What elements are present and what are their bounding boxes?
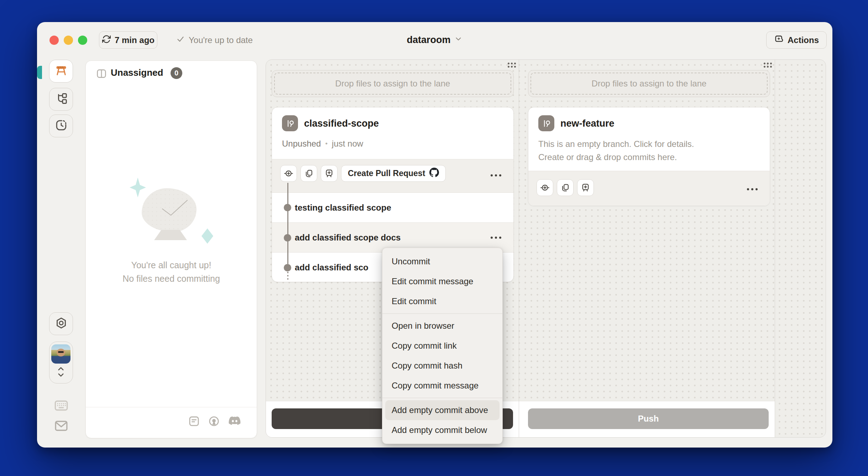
traffic-light-close[interactable] xyxy=(49,36,59,45)
lane-drag-handle[interactable] xyxy=(763,62,773,68)
sidebar-item-workspace[interactable] xyxy=(49,60,73,83)
check-icon xyxy=(176,35,185,46)
menu-item-open-in-browser[interactable]: Open in browser xyxy=(382,316,502,336)
split-view-icon xyxy=(96,68,107,81)
drop-files-zone[interactable]: Drop files to assign to the lane xyxy=(528,70,770,97)
sidebar-item-settings[interactable] xyxy=(49,312,73,335)
lane-divider[interactable] xyxy=(519,60,519,437)
sync-status-button[interactable]: 7 min ago xyxy=(99,31,157,49)
account-switcher[interactable] xyxy=(49,342,73,384)
open-source-icon[interactable] xyxy=(208,415,220,429)
commit-graph-line xyxy=(287,183,288,264)
traffic-light-minimize[interactable] xyxy=(64,36,73,45)
commit-dot xyxy=(284,234,291,242)
copy-branch-button[interactable] xyxy=(557,179,574,196)
empty-branch-line2: Create or drag & drop commits here. xyxy=(538,150,694,164)
actions-icon xyxy=(774,34,784,46)
empty-branch-line1: This is an empty branch. Click for detai… xyxy=(538,137,694,150)
assign-target-button[interactable] xyxy=(280,165,297,182)
menu-item-uncommit[interactable]: Uncommit xyxy=(382,252,502,271)
illustration-stand xyxy=(154,230,187,240)
push-button-new-feature[interactable]: Push xyxy=(528,408,769,429)
commit-menu-kebab[interactable] xyxy=(491,237,501,239)
actions-button[interactable]: Actions xyxy=(766,31,827,49)
status-separator-dot: • xyxy=(325,140,328,148)
sidebar-item-branches[interactable] xyxy=(49,88,73,111)
up-to-date-status: You're up to date xyxy=(176,31,253,49)
create-pull-request-button[interactable]: Create Pull Request xyxy=(341,165,446,182)
menu-item-copy-commit-link[interactable]: Copy commit link xyxy=(382,336,502,356)
mail-icon[interactable] xyxy=(54,420,68,433)
diamond-decoration xyxy=(202,228,213,244)
push-status: Unpushed xyxy=(282,139,321,149)
branch-status: Unpushed • just now xyxy=(282,139,363,149)
commit-dot xyxy=(284,264,291,271)
commit-row[interactable]: testing classified scope xyxy=(272,193,513,223)
up-to-date-label: You're up to date xyxy=(189,35,253,45)
empty-state-subtitle: No files need committing xyxy=(86,274,257,284)
menu-divider xyxy=(382,313,502,314)
menu-item-copy-commit-message[interactable]: Copy commit message xyxy=(382,376,502,396)
notification-tab[interactable] xyxy=(37,66,42,79)
new-commit-button[interactable] xyxy=(321,165,338,182)
branch-graph-icon xyxy=(55,92,68,106)
copy-branch-button[interactable] xyxy=(300,165,317,182)
commit-context-menu: Uncommit Edit commit message Edit commit… xyxy=(382,248,503,444)
branch-menu-kebab[interactable] xyxy=(747,188,758,190)
create-pr-label: Create Pull Request xyxy=(348,169,425,178)
commit-message: add classified scope docs xyxy=(295,233,401,243)
menu-item-add-empty-commit-above[interactable]: Add empty commit above xyxy=(385,400,500,420)
panel-footer-divider xyxy=(86,407,257,407)
commit-message: add classified sco xyxy=(295,263,368,273)
branch-card-new-feature[interactable]: new-feature This is an empty branch. Cli… xyxy=(528,107,770,206)
project-name: dataroom xyxy=(407,35,450,46)
chevron-up-down-icon xyxy=(56,365,66,380)
empty-state-title: You're all caught up! xyxy=(86,260,257,270)
menu-item-copy-commit-hash[interactable]: Copy commit hash xyxy=(382,356,502,376)
gear-icon xyxy=(55,317,68,331)
commit-message: testing classified scope xyxy=(295,203,391,213)
butler-stool-icon xyxy=(54,64,68,79)
menu-divider xyxy=(382,398,502,398)
release-notes-icon[interactable] xyxy=(188,415,200,429)
empty-branch-description: This is an empty branch. Click for detai… xyxy=(538,137,694,164)
branch-toolbar: Create Pull Request xyxy=(272,159,513,193)
branch-icon xyxy=(538,115,554,131)
new-commit-button[interactable] xyxy=(577,179,594,196)
unassigned-panel: Unassigned 0 You're all caught up! No fi… xyxy=(85,60,257,438)
project-switcher[interactable]: dataroom xyxy=(407,31,462,49)
discord-icon[interactable] xyxy=(228,415,241,429)
branch-toolbar xyxy=(528,171,770,206)
drop-files-zone[interactable]: Drop files to assign to the lane xyxy=(272,70,514,97)
caught-up-check-icon xyxy=(160,198,190,219)
menu-item-add-empty-commit-below[interactable]: Add empty commit below xyxy=(382,420,502,440)
avatar xyxy=(51,344,70,364)
commit-time: just now xyxy=(332,139,363,149)
workspace-canvas: Drop files to assign to the lane classif… xyxy=(266,59,826,438)
menu-item-edit-commit[interactable]: Edit commit xyxy=(382,291,502,311)
traffic-light-zoom[interactable] xyxy=(78,36,87,45)
history-clock-icon xyxy=(55,119,68,133)
commit-graph-tail xyxy=(287,272,288,281)
drop-hint-label: Drop files to assign to the lane xyxy=(592,79,707,89)
drop-hint-label: Drop files to assign to the lane xyxy=(335,79,450,89)
assign-target-button[interactable] xyxy=(537,179,553,196)
sidebar-item-history[interactable] xyxy=(49,115,73,137)
desktop-wallpaper: 7 min ago You're up to date dataroom Act… xyxy=(0,0,868,476)
unassigned-count-badge: 0 xyxy=(171,67,182,79)
lane-divider[interactable] xyxy=(775,60,775,437)
sync-time-label: 7 min ago xyxy=(115,35,155,45)
branch-name: classified-scope xyxy=(304,118,379,129)
chevron-down-icon xyxy=(454,35,463,46)
commit-dot xyxy=(284,204,291,211)
keyboard-shortcuts-icon[interactable] xyxy=(54,400,68,413)
sync-icon xyxy=(102,35,111,46)
menu-item-edit-commit-message[interactable]: Edit commit message xyxy=(382,271,502,291)
unassigned-title: Unassigned xyxy=(111,67,163,78)
github-icon xyxy=(429,168,439,179)
branch-menu-kebab[interactable] xyxy=(491,174,501,176)
actions-label: Actions xyxy=(788,35,819,45)
sparkle-decoration xyxy=(130,178,146,197)
push-label: Push xyxy=(638,414,659,424)
lane-drag-handle[interactable] xyxy=(507,62,517,68)
